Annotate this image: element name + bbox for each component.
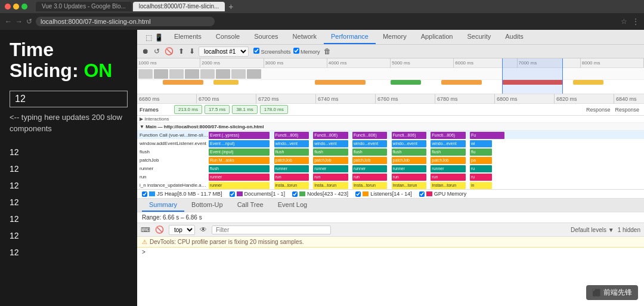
block-windo-1[interactable]: windo...vent <box>274 140 309 147</box>
console-top-select[interactable]: top <box>169 225 195 235</box>
block-insta-3[interactable]: Insta...torun <box>352 182 387 189</box>
block-patchjob-5[interactable]: patchJob <box>431 157 465 164</box>
inspect-icon[interactable]: ⬚ <box>145 33 152 42</box>
block-patchjob-2[interactable]: patchJob <box>313 157 348 164</box>
memory-checkbox[interactable] <box>293 48 299 54</box>
tab-console[interactable]: Console <box>209 30 247 44</box>
block-flush-1[interactable]: flush <box>274 149 309 156</box>
block-runner-1[interactable]: runner <box>274 165 309 172</box>
block-run-5[interactable]: run <box>431 174 465 181</box>
jsheap-checkbox[interactable] <box>142 191 147 197</box>
settings-icon[interactable]: ⋮ <box>632 17 639 26</box>
network-select[interactable]: localhost #1 <box>199 47 249 57</box>
console-clear-icon[interactable]: 🚫 <box>154 224 165 235</box>
block-functi-6[interactable]: Fu <box>470 132 504 139</box>
block-event-press[interactable]: Event (..ypress) <box>209 132 270 139</box>
block-runner-5[interactable]: runner <box>431 165 465 172</box>
overview-timeline[interactable]: 1000 ms 2000 ms 3000 ms 4000 ms 5000 ms … <box>137 58 644 94</box>
flame-row-4[interactable]: patchJob Run M...asks patchJob patchJob … <box>137 156 644 164</box>
tab-application[interactable]: Application <box>414 30 460 44</box>
block-functi-4[interactable]: Functi...806) <box>392 132 426 139</box>
app-input[interactable] <box>10 91 128 107</box>
block-run-6[interactable]: ru <box>470 174 492 181</box>
tab-elements[interactable]: Elements <box>167 30 209 44</box>
block-insta-5[interactable]: Instan...torun <box>431 182 465 189</box>
mobile-icon[interactable]: 📱 <box>154 33 163 42</box>
frame-block-4[interactable]: 178.0 ms <box>260 105 288 114</box>
flame-row-6[interactable]: run runner run run run run run ru <box>137 172 644 181</box>
tab-performance[interactable]: Performance <box>324 30 376 44</box>
frame-block-2[interactable]: 17.5 ms <box>205 105 230 114</box>
block-run-4[interactable]: run <box>392 174 426 181</box>
block-functi-3[interactable]: Functi...806) <box>352 132 387 139</box>
block-windo-2[interactable]: windo...vent <box>313 140 348 147</box>
gpu-checkbox[interactable] <box>419 191 425 197</box>
block-windo-4[interactable]: windo...event <box>392 140 426 147</box>
tab-localhost[interactable]: localhost:8000/07-time-slicin... <box>133 2 225 11</box>
block-flush-5[interactable]: flush <box>431 149 465 156</box>
screenshots-checkbox[interactable] <box>253 48 259 54</box>
flame-row-7[interactable]: i_n instance_updateHandle.autorun runner… <box>137 181 644 189</box>
tab-add-button[interactable]: + <box>226 2 236 11</box>
block-event-input[interactable]: Event ...nput) <box>209 140 270 147</box>
flame-row-5[interactable]: runner flush runner runner runner runner… <box>137 164 644 172</box>
listeners-checkbox[interactable] <box>355 191 361 197</box>
console-filter-input[interactable] <box>212 225 331 234</box>
address-input[interactable] <box>36 17 215 26</box>
flame-row-1[interactable]: Function Call (vue-wi...time-slicing.js:… <box>137 131 644 139</box>
close-icon[interactable] <box>5 4 11 10</box>
tab-network[interactable]: Network <box>286 30 324 44</box>
block-flush-2[interactable]: flush <box>313 149 348 156</box>
block-runner-3[interactable]: runner <box>352 165 387 172</box>
block-functi-1[interactable]: Functi...806) <box>274 132 309 139</box>
block-patchjob-4[interactable]: patchJob <box>392 157 426 164</box>
frame-block-3[interactable]: 38.1 ms <box>232 105 257 114</box>
bottom-tab-call-tree[interactable]: Call Tree <box>230 199 271 212</box>
tab-vue-updates[interactable]: Vue 3.0 Updates - Google Blo... <box>36 2 132 11</box>
block-flush-run[interactable]: flush <box>209 165 270 172</box>
block-functi-2[interactable]: Functi...806) <box>313 132 348 139</box>
bottom-tab-summary[interactable]: Summary <box>142 199 184 212</box>
eye-icon[interactable]: 👁 <box>199 224 208 235</box>
trash-icon[interactable]: 🗑 <box>323 46 332 57</box>
minimize-icon[interactable] <box>13 4 19 10</box>
detail-timeline-area[interactable]: 6680 ms 6700 ms 6720 ms 6740 ms 6760 ms … <box>137 94 644 190</box>
block-windo-3[interactable]: windo...event <box>352 140 387 147</box>
console-levels[interactable]: Default levels ▼ <box>571 227 614 233</box>
block-insta-1[interactable]: insta...torun <box>274 182 309 189</box>
nodes-checkbox[interactable] <box>292 191 298 197</box>
block-insta-2[interactable]: Insta...torun <box>313 182 348 189</box>
frame-block-1[interactable]: 213.0 ms <box>174 105 202 114</box>
forward-button[interactable]: → <box>16 17 23 26</box>
block-run-1[interactable]: run <box>274 174 309 181</box>
download-icon[interactable]: ⬇ <box>188 46 196 57</box>
reload-record-icon[interactable]: ↺ <box>153 46 161 57</box>
block-flush-6[interactable]: flu <box>470 149 492 156</box>
tab-security[interactable]: Security <box>460 30 498 44</box>
block-flush-3[interactable]: flush <box>352 149 387 156</box>
bookmark-icon[interactable]: ☆ <box>621 17 627 26</box>
docs-checkbox[interactable] <box>230 191 235 197</box>
fullscreen-icon[interactable] <box>21 4 27 10</box>
block-run-2[interactable]: run <box>313 174 348 181</box>
block-runner-2[interactable]: runner <box>313 165 348 172</box>
block-runmicrotasks[interactable]: Run M...asks <box>209 157 270 164</box>
block-patchjob-6[interactable]: pa <box>470 157 492 164</box>
tab-audits[interactable]: Audits <box>498 30 531 44</box>
block-event-input-2[interactable]: Event (input) <box>209 149 270 156</box>
block-functi-5[interactable]: Functi...806) <box>431 132 465 139</box>
block-windo-6[interactable]: wi <box>470 140 492 147</box>
tab-sources[interactable]: Sources <box>247 30 285 44</box>
bottom-tab-bottom-up[interactable]: Bottom-Up <box>184 199 230 212</box>
block-runner-inst[interactable]: runner <box>209 182 270 189</box>
upload-icon[interactable]: ⬆ <box>177 46 185 57</box>
block-runner-run[interactable]: runner <box>209 174 270 181</box>
block-runner-4[interactable]: runner <box>392 165 426 172</box>
block-patchjob-3[interactable]: patchJob <box>352 157 387 164</box>
back-button[interactable]: ← <box>5 17 12 26</box>
tab-memory[interactable]: Memory <box>376 30 414 44</box>
record-icon[interactable]: ⏺ <box>141 46 150 57</box>
reload-button[interactable]: ↺ <box>26 17 32 26</box>
clear-icon[interactable]: 🚫 <box>163 46 175 57</box>
bottom-tab-event-log[interactable]: Event Log <box>271 199 315 212</box>
